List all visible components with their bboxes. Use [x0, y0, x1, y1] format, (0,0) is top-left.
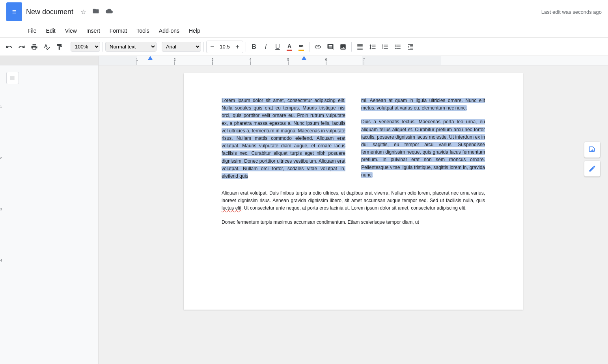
redo-button[interactable]: [16, 41, 28, 53]
align-button[interactable]: [354, 41, 366, 53]
spell-check-button[interactable]: [41, 41, 53, 53]
right-column: mi. Aenean at quam in ligula ultricies o…: [361, 97, 485, 180]
svg-rect-16: [99, 56, 137, 65]
bullet-list-button[interactable]: [392, 41, 404, 53]
ruler: 1 2 3 4 5 6 7: [0, 56, 608, 65]
line-spacing-button[interactable]: [367, 41, 379, 53]
svg-text:5: 5: [287, 58, 289, 61]
zoom-select[interactable]: 100% 75% 125% 150%: [71, 42, 100, 52]
menu-format[interactable]: Format: [106, 26, 131, 35]
separator-5: [246, 42, 246, 52]
svg-rect-17: [362, 56, 441, 65]
toolbar: 100% 75% 125% 150% Normal text Title Hea…: [0, 38, 608, 56]
right-col-bottom: Duis a venenatis lectus. Maecenas porta …: [361, 118, 485, 179]
numbered-list-button[interactable]: [379, 41, 391, 53]
image-button[interactable]: [337, 41, 349, 53]
bold-button[interactable]: B: [248, 41, 259, 53]
right-actions: [584, 142, 600, 176]
title-bar: New document ☆ Last edit was seconds ago: [0, 0, 608, 24]
menu-file[interactable]: File: [24, 26, 41, 35]
page: Lorem ipsum dolor sit amet, consectetur …: [184, 73, 523, 310]
right-col-bottom-selected: Duis a venenatis lectus. Maecenas porta …: [361, 119, 485, 177]
right-col-top-selected: mi. Aenean at quam in ligula ultricies o…: [361, 98, 485, 111]
vertical-ruler: 1 2 3 4: [0, 81, 8, 262]
separator-7: [351, 42, 352, 52]
separator-1: [68, 42, 68, 52]
underline-button[interactable]: U: [272, 41, 283, 53]
menu-tools[interactable]: Tools: [132, 26, 153, 35]
body-paragraph-1: Aliquam erat volutpat. Duis finibus turp…: [222, 189, 485, 212]
svg-marker-14: [148, 56, 153, 60]
separator-2: [103, 42, 103, 52]
font-size-area: − +: [206, 41, 243, 53]
ruler-svg: 1 2 3 4 5 6 7: [99, 56, 608, 65]
font-size-minus-button[interactable]: −: [207, 41, 218, 53]
folder-icon[interactable]: [91, 6, 101, 18]
svg-text:4: 4: [249, 58, 251, 61]
indent-button[interactable]: [405, 41, 416, 53]
menu-help[interactable]: Help: [185, 26, 204, 35]
body-paragraph-2: Donec fermentum turpis maximus accumsan …: [222, 219, 485, 226]
varius-link: varius: [400, 105, 412, 111]
menu-view[interactable]: View: [61, 26, 81, 35]
font-style-select[interactable]: Normal text Title Heading 1 Heading 2 He…: [105, 42, 157, 52]
google-docs-icon: [6, 2, 22, 21]
svg-text:2: 2: [173, 58, 175, 61]
menu-addons[interactable]: Add-ons: [155, 26, 183, 35]
separator-4: [203, 42, 204, 52]
document-title[interactable]: New document: [26, 8, 73, 16]
separator-3: [159, 42, 159, 52]
menu-bar: File Edit View Insert Format Tools Add-o…: [0, 24, 608, 38]
star-icon[interactable]: ☆: [79, 7, 88, 17]
last-edit-text: Last edit was seconds ago: [541, 9, 602, 15]
left-col-selected-text: Lorem ipsum dolor sit amet, consectetur …: [222, 98, 345, 179]
svg-marker-15: [302, 56, 306, 60]
document-area[interactable]: Lorem ipsum dolor sit amet, consectetur …: [99, 65, 608, 364]
menu-edit[interactable]: Edit: [42, 26, 60, 35]
font-name-select[interactable]: Arial Times New Roman Courier New: [162, 42, 201, 52]
font-size-input[interactable]: [218, 44, 232, 50]
undo-button[interactable]: [3, 41, 15, 53]
edit-comment-button[interactable]: [584, 161, 600, 176]
link-button[interactable]: [312, 41, 324, 53]
two-column-section: Lorem ipsum dolor sit amet, consectetur …: [222, 97, 485, 180]
text-color-a: A: [287, 43, 292, 51]
spell-check-word: luctus elit: [222, 205, 241, 211]
menu-insert[interactable]: Insert: [82, 26, 104, 35]
paint-format-button[interactable]: [54, 41, 65, 53]
cloud-icon[interactable]: [104, 6, 114, 18]
left-column: Lorem ipsum dolor sit amet, consectetur …: [222, 97, 345, 180]
text-color-button[interactable]: A: [284, 41, 295, 53]
right-col-top: mi. Aenean at quam in ligula ultricies o…: [361, 97, 485, 112]
svg-text:6: 6: [325, 58, 327, 61]
table-of-contents-button[interactable]: [6, 72, 19, 84]
svg-text:3: 3: [211, 58, 213, 61]
highlight-button[interactable]: ✏: [296, 41, 307, 53]
highlight-icon: ✏: [298, 43, 304, 51]
main-area: 1 2 3 4 Lorem ipsum dolor sit amet, cons…: [0, 65, 608, 364]
font-size-plus-button[interactable]: +: [232, 41, 243, 53]
ruler-left-margin: [0, 56, 99, 65]
print-button[interactable]: [28, 41, 40, 53]
separator-6: [309, 42, 310, 52]
add-comment-button[interactable]: [584, 142, 600, 158]
sidebar: 1 2 3 4: [0, 65, 99, 364]
comment-button[interactable]: [325, 41, 336, 53]
title-icons: ☆: [79, 6, 114, 18]
italic-button[interactable]: I: [260, 41, 271, 53]
